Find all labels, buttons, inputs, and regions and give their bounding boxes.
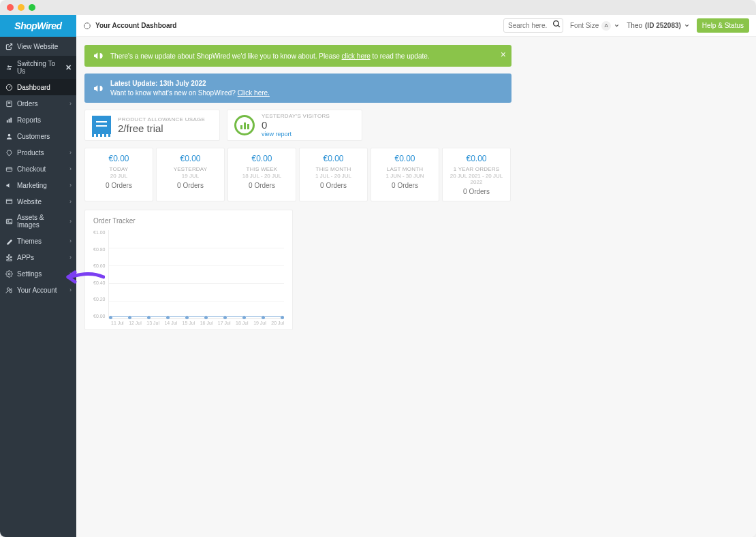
macos-title-bar [0, 0, 756, 15]
help-status-button[interactable]: Help & Status [697, 18, 749, 33]
settings-icon [5, 270, 13, 278]
user-menu[interactable]: Theo (ID 252083) [627, 22, 690, 29]
svg-rect-7 [10, 117, 12, 122]
chevron-down-icon [684, 22, 690, 29]
nav-item-apps[interactable]: APPs› [0, 249, 76, 265]
stat-card: €0.00YESTERDAY19 JUL0 Orders [156, 148, 225, 201]
close-icon[interactable]: ✕ [65, 63, 72, 72]
stat-label: THIS MONTH [302, 166, 364, 172]
chart-y-axis: €1.00€0.80€0.60€0.40€0.20€0.00 [93, 230, 108, 319]
stat-card: €0.00TODAY20 JUL0 Orders [84, 148, 153, 201]
banner-latest-link[interactable]: Click here. [238, 89, 270, 97]
browser-window: ShopWired View Website Switching To Us ✕… [0, 0, 756, 537]
chart-data-points [109, 316, 284, 319]
svg-line-24 [558, 25, 560, 27]
stat-label: 1 YEAR ORDERS [445, 166, 507, 172]
chart-area: €1.00€0.80€0.60€0.40€0.20€0.00 [93, 230, 284, 319]
x-tick: 15 Jul [183, 321, 195, 325]
banner-close-button[interactable]: × [501, 49, 506, 60]
nav-item-products[interactable]: Products› [0, 144, 76, 161]
x-tick: 16 Jul [200, 321, 213, 325]
chevron-right-icon: › [69, 270, 72, 277]
app-frame: ShopWired View Website Switching To Us ✕… [0, 15, 756, 537]
chart-plot [108, 230, 284, 319]
chevron-right-icon: › [69, 287, 72, 293]
x-tick: 14 Jul [164, 321, 177, 325]
nav-view-website[interactable]: View Website [0, 37, 76, 56]
nav-item-settings[interactable]: Settings› [0, 265, 76, 282]
account-icon [5, 286, 13, 294]
dashboard-icon [5, 83, 13, 91]
x-tick: 17 Jul [218, 321, 231, 325]
orders-icon [5, 99, 13, 108]
cards-row: PRODUCT ALLOWANCE USAGE 2/free trial YES… [84, 110, 748, 141]
products-icon [5, 148, 13, 157]
stat-amount: €0.00 [231, 154, 293, 163]
card-allowance-label: PRODUCT ALLOWANCE USAGE [118, 116, 205, 123]
nav-item-orders[interactable]: Orders› [0, 95, 76, 112]
stat-card: €0.00THIS MONTH1 JUL - 20 JUL0 Orders [299, 148, 368, 201]
data-point [166, 316, 170, 319]
nav-switching[interactable]: Switching To Us ✕ [0, 56, 76, 79]
nav-item-customers[interactable]: Customers [0, 128, 76, 144]
svg-rect-17 [10, 290, 12, 293]
nav-item-label: Checkout [17, 165, 65, 173]
nav-item-reports[interactable]: Reports [0, 112, 76, 128]
y-tick: €0.80 [93, 247, 106, 252]
nav-item-website[interactable]: Website› [0, 193, 76, 210]
banner-update-link[interactable]: click here [342, 52, 371, 60]
chevron-right-icon: › [69, 165, 72, 172]
receipt-icon [92, 116, 111, 135]
data-point [242, 316, 246, 319]
user-id: (ID 252083) [645, 22, 681, 29]
data-point [147, 316, 151, 319]
chart-title: Order Tracker [93, 217, 284, 225]
nav-item-themes[interactable]: Themes› [0, 233, 76, 249]
card-visitors-link[interactable]: view report [262, 131, 330, 137]
card-visitors-label: YESTERDAY'S VISITORS [262, 113, 330, 119]
website-icon [5, 197, 13, 206]
search-button[interactable] [552, 20, 561, 29]
nav-item-dashboard[interactable]: Dashboard [0, 79, 76, 95]
nav-item-label: Settings [17, 270, 65, 278]
stat-range: 1 JUN - 30 JUN [374, 173, 436, 179]
brand-logo: ShopWired [14, 20, 61, 31]
svg-rect-6 [8, 118, 10, 123]
data-point [281, 316, 284, 319]
nav-item-label: Products [17, 149, 65, 157]
stat-card: €0.001 YEAR ORDERS20 JUL 2021 - 20 JUL 2… [442, 148, 511, 201]
svg-point-8 [7, 133, 10, 136]
font-size-control[interactable]: Font Size A [570, 21, 620, 31]
stat-amount: €0.00 [88, 154, 150, 163]
nav-item-marketing[interactable]: Marketing› [0, 177, 76, 193]
svg-rect-11 [6, 199, 12, 203]
chevron-right-icon: › [69, 100, 72, 107]
apps-icon [5, 253, 13, 261]
chevron-right-icon: › [69, 149, 72, 156]
chevron-right-icon: › [69, 238, 72, 244]
chart-x-axis: 11 Jul12 Jul13 Jul14 Jul15 Jul16 Jul17 J… [93, 319, 284, 325]
nav-item-assets[interactable]: Assets & Images› [0, 210, 76, 233]
search-wrap [503, 18, 563, 33]
chevron-right-icon: › [69, 198, 72, 205]
themes-icon [5, 237, 13, 245]
nav-item-checkout[interactable]: Checkout› [0, 161, 76, 177]
stat-label: LAST MONTH [374, 166, 436, 172]
logo-block[interactable]: ShopWired [0, 15, 76, 37]
nav-item-account[interactable]: Your Account› [0, 282, 76, 298]
nav-item-label: Dashboard [17, 84, 72, 91]
stat-label: THIS WEEK [231, 166, 293, 172]
window-zoom-dot[interactable] [29, 4, 35, 11]
reports-icon [5, 116, 13, 124]
stat-label: TODAY [88, 166, 150, 172]
window-minimize-dot[interactable] [18, 4, 25, 11]
swap-icon [5, 63, 13, 71]
stat-amount: €0.00 [374, 154, 436, 163]
stat-range: 20 JUL 2021 - 20 JUL 2022 [445, 173, 507, 185]
megaphone-icon [93, 83, 104, 94]
window-close-dot[interactable] [7, 4, 14, 11]
data-point [204, 316, 208, 319]
svg-point-16 [7, 287, 10, 290]
font-size-label: Font Size [570, 22, 599, 29]
data-point [109, 316, 112, 319]
